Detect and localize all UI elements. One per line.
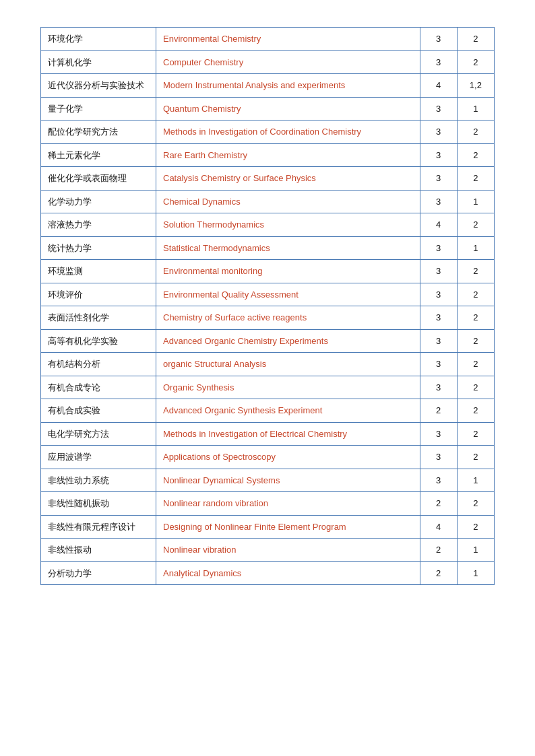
table-row: 非线性振动Nonlinear vibration21 bbox=[41, 539, 495, 562]
course-chinese: 近代仪器分析与实验技术 bbox=[41, 74, 156, 98]
table-row: 非线性有限元程序设计Designing of Nonlinear Finite … bbox=[41, 515, 495, 539]
course-semester: 2 bbox=[457, 515, 494, 539]
table-row: 计算机化学Computer Chemistry32 bbox=[41, 50, 495, 74]
course-credits: 3 bbox=[420, 329, 457, 353]
table-row: 统计热力学Statistical Thermodynamics31 bbox=[41, 236, 495, 260]
course-english: Environmental monitoring bbox=[156, 260, 420, 283]
course-english: Environmental Quality Assessment bbox=[156, 283, 420, 306]
course-chinese: 非线性随机振动 bbox=[41, 492, 156, 516]
course-semester: 2 bbox=[457, 446, 494, 469]
table-row: 环境监测Environmental monitoring32 bbox=[41, 260, 495, 283]
table-row: 环境化学Environmental Chemistry32 bbox=[41, 28, 495, 51]
course-semester: 2 bbox=[457, 422, 494, 446]
course-credits: 3 bbox=[420, 190, 457, 213]
course-chinese: 表面活性剂化学 bbox=[41, 306, 156, 330]
course-semester: 2 bbox=[457, 492, 494, 516]
course-semester: 2 bbox=[457, 376, 494, 399]
course-english: Quantum Chemistry bbox=[156, 97, 420, 121]
course-english: Analytical Dynamics bbox=[156, 561, 420, 585]
course-chinese: 高等有机化学实验 bbox=[41, 329, 156, 353]
course-chinese: 应用波谱学 bbox=[41, 446, 156, 469]
course-english: Computer Chemistry bbox=[156, 50, 420, 74]
table-row: 应用波谱学Applications of Spectroscopy32 bbox=[41, 446, 495, 469]
course-chinese: 非线性振动 bbox=[41, 539, 156, 562]
table-row: 化学动力学Chemical Dynamics31 bbox=[41, 190, 495, 213]
course-chinese: 环境监测 bbox=[41, 260, 156, 283]
course-credits: 3 bbox=[420, 283, 457, 306]
table-row: 高等有机化学实验Advanced Organic Chemistry Exper… bbox=[41, 329, 495, 353]
course-semester: 2 bbox=[457, 213, 494, 237]
course-semester: 2 bbox=[457, 121, 494, 144]
course-english: Solution Thermodynamics bbox=[156, 213, 420, 237]
course-english: organic Structural Analysis bbox=[156, 353, 420, 376]
course-credits: 3 bbox=[420, 121, 457, 144]
course-english: Advanced Organic Chemistry Experiments bbox=[156, 329, 420, 353]
course-english: Nonlinear random vibration bbox=[156, 492, 420, 516]
course-english: Designing of Nonlinear Finite Element Pr… bbox=[156, 515, 420, 539]
table-row: 电化学研究方法Methods in Investigation of Elect… bbox=[41, 422, 495, 446]
course-credits: 3 bbox=[420, 143, 457, 167]
table-row: 催化化学或表面物理Catalysis Chemistry or Surface … bbox=[41, 167, 495, 191]
course-english: Organic Synthesis bbox=[156, 376, 420, 399]
course-semester: 1 bbox=[457, 469, 494, 492]
table-row: 有机结构分析organic Structural Analysis32 bbox=[41, 353, 495, 376]
course-credits: 4 bbox=[420, 213, 457, 237]
course-credits: 3 bbox=[420, 353, 457, 376]
course-credits: 3 bbox=[420, 50, 457, 74]
course-credits: 3 bbox=[420, 28, 457, 51]
course-english: Environmental Chemistry bbox=[156, 28, 420, 51]
table-row: 近代仪器分析与实验技术Modern Instrumental Analysis … bbox=[41, 74, 495, 98]
course-english: Methods in Investigation of Electrical C… bbox=[156, 422, 420, 446]
course-chinese: 配位化学研究方法 bbox=[41, 121, 156, 144]
course-chinese: 非线性有限元程序设计 bbox=[41, 515, 156, 539]
course-semester: 1 bbox=[457, 236, 494, 260]
course-chinese: 环境评价 bbox=[41, 283, 156, 306]
course-english: Catalysis Chemistry or Surface Physics bbox=[156, 167, 420, 191]
course-credits: 3 bbox=[420, 446, 457, 469]
table-row: 稀土元素化学Rare Earth Chemistry32 bbox=[41, 143, 495, 167]
course-chinese: 非线性动力系统 bbox=[41, 469, 156, 492]
course-chinese: 分析动力学 bbox=[41, 561, 156, 585]
course-semester: 1 bbox=[457, 561, 494, 585]
course-chinese: 催化化学或表面物理 bbox=[41, 167, 156, 191]
course-semester: 1 bbox=[457, 190, 494, 213]
course-credits: 3 bbox=[420, 376, 457, 399]
course-credits: 4 bbox=[420, 515, 457, 539]
course-chinese: 有机结构分析 bbox=[41, 353, 156, 376]
course-credits: 3 bbox=[420, 97, 457, 121]
course-semester: 2 bbox=[457, 50, 494, 74]
course-chinese: 溶液热力学 bbox=[41, 213, 156, 237]
table-row: 溶液热力学Solution Thermodynamics42 bbox=[41, 213, 495, 237]
table-row: 表面活性剂化学Chemistry of Surface active reage… bbox=[41, 306, 495, 330]
course-credits: 3 bbox=[420, 236, 457, 260]
table-row: 非线性动力系统Nonlinear Dynamical Systems31 bbox=[41, 469, 495, 492]
course-credits: 2 bbox=[420, 561, 457, 585]
course-credits: 3 bbox=[420, 422, 457, 446]
course-english: Nonlinear Dynamical Systems bbox=[156, 469, 420, 492]
course-credits: 3 bbox=[420, 306, 457, 330]
course-chinese: 化学动力学 bbox=[41, 190, 156, 213]
course-chinese: 稀土元素化学 bbox=[41, 143, 156, 167]
course-semester: 2 bbox=[457, 28, 494, 51]
course-credits: 3 bbox=[420, 260, 457, 283]
course-credits: 4 bbox=[420, 74, 457, 98]
table-row: 分析动力学Analytical Dynamics21 bbox=[41, 561, 495, 585]
course-semester: 2 bbox=[457, 283, 494, 306]
table-row: 有机合成实验Advanced Organic Synthesis Experim… bbox=[41, 399, 495, 423]
course-semester: 2 bbox=[457, 353, 494, 376]
table-row: 非线性随机振动Nonlinear random vibration22 bbox=[41, 492, 495, 516]
course-credits: 2 bbox=[420, 399, 457, 423]
course-credits: 3 bbox=[420, 469, 457, 492]
course-semester: 1 bbox=[457, 97, 494, 121]
course-chinese: 量子化学 bbox=[41, 97, 156, 121]
course-semester: 1,2 bbox=[457, 74, 494, 98]
course-semester: 2 bbox=[457, 399, 494, 423]
course-semester: 2 bbox=[457, 167, 494, 191]
course-english: Advanced Organic Synthesis Experiment bbox=[156, 399, 420, 423]
course-english: Applications of Spectroscopy bbox=[156, 446, 420, 469]
course-chinese: 有机合成专论 bbox=[41, 376, 156, 399]
course-chinese: 环境化学 bbox=[41, 28, 156, 51]
course-semester: 1 bbox=[457, 539, 494, 562]
course-chinese: 计算机化学 bbox=[41, 50, 156, 74]
table-row: 配位化学研究方法Methods in Investigation of Coor… bbox=[41, 121, 495, 144]
